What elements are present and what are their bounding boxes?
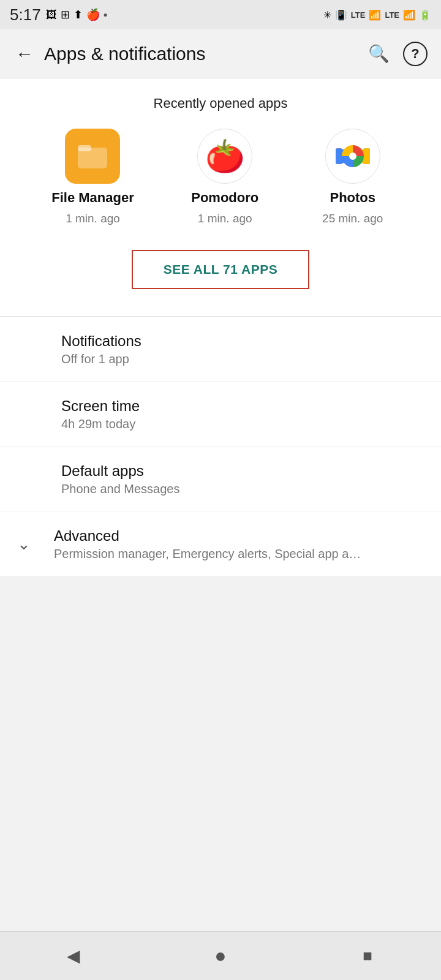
app-item-file-manager[interactable]: File Manager 1 min. ago: [51, 129, 134, 225]
app-bar: ← Apps & notifications 🔍 ?: [0, 29, 441, 78]
svg-rect-1: [78, 145, 91, 151]
search-button[interactable]: 🔍: [363, 38, 394, 70]
file-manager-icon: [65, 129, 120, 184]
default-apps-title: Default apps: [61, 462, 426, 480]
dot-icon: ●: [104, 10, 108, 19]
app-time-photos: 25 min. ago: [322, 212, 383, 225]
photo-icon: 🖼: [46, 9, 57, 21]
pomodoro-icon: 🍅: [197, 129, 252, 184]
pomodoro-emoji: 🍅: [205, 138, 245, 175]
help-label: ?: [411, 46, 419, 62]
notifications-item[interactable]: Notifications Off for 1 app: [0, 317, 441, 382]
page-title: Apps & notifications: [44, 43, 363, 64]
nav-home-button[interactable]: ●: [202, 938, 239, 974]
lte2-icon: LTE: [385, 10, 399, 20]
status-left: 5:17 🖼 ⊞ ⬆ 🍎 ●: [10, 6, 108, 24]
back-arrow-icon: ←: [15, 43, 34, 64]
recent-apps-row: File Manager 1 min. ago 🍅 Pomodoro 1 min…: [10, 129, 431, 225]
app-bar-actions: 🔍 ?: [363, 38, 431, 70]
file-folder-svg: [77, 140, 108, 172]
app-item-pomodoro[interactable]: 🍅 Pomodoro 1 min. ago: [188, 129, 262, 225]
status-notification-icons: 🖼 ⊞ ⬆ 🍎 ●: [46, 8, 108, 21]
vibrate-icon: 📳: [335, 9, 347, 21]
apple-icon: 🍎: [86, 8, 100, 21]
screen-time-item[interactable]: Screen time 4h 29m today: [0, 382, 441, 447]
default-apps-item[interactable]: Default apps Phone and Messages: [0, 447, 441, 511]
photos-pinwheel-svg: [336, 139, 370, 173]
nav-back-button[interactable]: ◀: [55, 938, 92, 974]
search-icon: 🔍: [368, 43, 390, 64]
recent-apps-section: Recently opened apps File Manager 1 min.…: [0, 78, 441, 316]
settings-list: Notifications Off for 1 app Screen time …: [0, 317, 441, 576]
gray-background: [0, 576, 441, 931]
lte-icon: LTE: [351, 10, 366, 20]
upload-icon: ⬆: [74, 8, 83, 21]
see-all-apps-button[interactable]: SEE ALL 71 APPS: [132, 250, 309, 289]
app-time-file-manager: 1 min. ago: [66, 212, 120, 225]
advanced-title: Advanced: [54, 527, 426, 545]
advanced-subtitle: Permission manager, Emergency alerts, Sp…: [54, 547, 426, 561]
screen-time-subtitle: 4h 29m today: [61, 417, 426, 431]
nav-recent-button[interactable]: ■: [349, 938, 386, 974]
back-button[interactable]: ←: [10, 39, 39, 69]
wifi-icon: 📶: [369, 9, 381, 21]
grid-icon: ⊞: [61, 8, 70, 21]
nav-recent-icon: ■: [363, 946, 372, 965]
screen-time-title: Screen time: [61, 398, 426, 415]
app-item-photos[interactable]: Photos 25 min. ago: [316, 129, 390, 225]
nav-home-icon: ●: [214, 944, 226, 967]
bluetooth-icon: ✳: [323, 9, 331, 21]
signal-icon: 📶: [403, 9, 415, 21]
status-time: 5:17: [10, 6, 41, 24]
photos-icon: [325, 129, 380, 184]
app-name-pomodoro: Pomodoro: [191, 190, 258, 206]
nav-back-icon: ◀: [67, 946, 80, 966]
status-right: ✳ 📳 LTE 📶 LTE 📶 🔋: [323, 9, 431, 21]
status-bar: 5:17 🖼 ⊞ ⬆ 🍎 ● ✳ 📳 LTE 📶 LTE 📶 🔋: [0, 0, 441, 29]
notifications-subtitle: Off for 1 app: [61, 352, 426, 366]
recent-apps-header: Recently opened apps: [10, 96, 431, 111]
help-button[interactable]: ?: [399, 38, 431, 70]
app-name-photos: Photos: [330, 190, 375, 206]
main-content: Recently opened apps File Manager 1 min.…: [0, 78, 441, 931]
battery-icon: 🔋: [419, 9, 431, 21]
app-name-file-manager: File Manager: [51, 190, 134, 206]
default-apps-subtitle: Phone and Messages: [61, 482, 426, 496]
app-time-pomodoro: 1 min. ago: [198, 212, 252, 225]
svg-point-6: [349, 153, 356, 160]
chevron-down-icon: ⌄: [17, 534, 31, 553]
see-all-container: SEE ALL 71 APPS: [10, 245, 431, 306]
help-circle-icon: ?: [403, 42, 428, 66]
notifications-title: Notifications: [61, 333, 426, 350]
advanced-item[interactable]: ⌄ Advanced Permission manager, Emergency…: [0, 511, 441, 576]
bottom-nav: ◀ ● ■: [0, 931, 441, 980]
